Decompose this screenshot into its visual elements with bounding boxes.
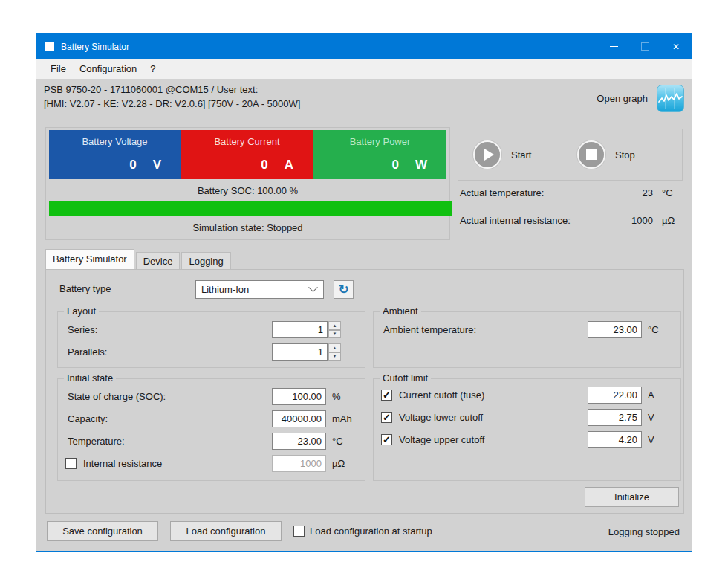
cutoff-group-legend: Cutoff limit xyxy=(380,372,431,384)
initialize-button[interactable]: Initialize xyxy=(585,487,679,507)
battery-type-label: Battery type xyxy=(59,283,111,294)
voltage-upper-cutoff-input[interactable] xyxy=(588,431,642,448)
soc-unit: % xyxy=(326,391,357,402)
device-info-line1: PSB 9750-20 - 1711060001 @COM15 / User t… xyxy=(44,84,258,95)
capacity-unit: mAh xyxy=(326,413,357,424)
voltage-lower-cutoff-input[interactable] xyxy=(588,409,642,426)
actual-resistance-value: 1000 xyxy=(608,215,653,226)
voltage-upper-cutoff-checkbox[interactable]: ✓ xyxy=(381,434,392,445)
voltage-lower-cutoff-checkbox[interactable]: ✓ xyxy=(381,412,392,423)
parallels-spin-down[interactable]: ▼ xyxy=(328,352,341,361)
load-at-startup-label: Load configuration at startup xyxy=(310,526,432,537)
window-title: Battery Simulator xyxy=(61,42,129,52)
open-graph-button[interactable]: Open graph xyxy=(597,84,684,112)
ambient-temperature-unit: °C xyxy=(642,324,673,335)
current-cutoff-checkbox[interactable]: ✓ xyxy=(381,390,392,401)
battery-voltage-unit: V xyxy=(153,158,161,172)
spin-down-icon: ▼ xyxy=(333,354,337,358)
actual-resistance-row: Actual internal resistance: 1000 µΩ xyxy=(460,215,683,228)
check-icon: ✓ xyxy=(383,390,391,400)
series-stepper: ▲ ▼ xyxy=(328,321,341,338)
battery-voltage-panel: Battery Voltage 0 V xyxy=(49,130,181,179)
refresh-icon: ↻ xyxy=(338,282,348,297)
battery-type-value: Lithium-Ion xyxy=(196,284,249,295)
voltage-upper-cutoff-unit: V xyxy=(642,434,673,445)
device-info-header: PSB 9750-20 - 1711060001 @COM15 / User t… xyxy=(36,79,692,118)
initial-state-group: Initial state State of charge (SOC): % C… xyxy=(57,378,365,481)
temperature-input[interactable] xyxy=(272,433,326,450)
tab-device[interactable]: Device xyxy=(136,252,181,269)
ambient-group-legend: Ambient xyxy=(380,306,421,317)
soc-progress-bar xyxy=(49,201,452,216)
voltage-upper-cutoff-label: Voltage upper cutoff xyxy=(392,434,588,445)
menu-bar: File Configuration ? xyxy=(36,59,692,79)
ambient-group: Ambient Ambient temperature: °C xyxy=(373,311,681,368)
parallels-spin-up[interactable]: ▲ xyxy=(328,343,341,352)
close-button[interactable]: ✕ xyxy=(660,34,692,59)
battery-power-label: Battery Power xyxy=(313,136,446,147)
soc-input[interactable] xyxy=(272,388,326,405)
logging-status: Logging stopped xyxy=(608,526,680,537)
battery-soc-label: Battery SOC: 100.00 % xyxy=(46,185,449,196)
battery-power-unit: W xyxy=(415,158,427,172)
voltage-lower-cutoff-unit: V xyxy=(642,412,673,423)
battery-type-select[interactable]: Lithium-Ion xyxy=(195,280,324,299)
load-at-startup-checkbox[interactable] xyxy=(293,526,305,537)
battery-current-value: 0 xyxy=(261,158,267,172)
spin-down-icon: ▼ xyxy=(333,332,337,336)
parallels-label: Parallels: xyxy=(65,346,272,358)
graph-icon xyxy=(657,85,684,112)
stop-icon xyxy=(577,140,605,169)
temperature-unit: °C xyxy=(326,436,357,447)
minimize-icon xyxy=(610,46,618,47)
title-bar[interactable]: Battery Simulator ✕ xyxy=(36,34,692,59)
ambient-temperature-label: Ambient temperature: xyxy=(381,324,588,335)
maximize-button[interactable] xyxy=(629,34,660,59)
tab-logging[interactable]: Logging xyxy=(181,252,230,269)
load-configuration-button[interactable]: Load configuration xyxy=(170,521,282,541)
app-icon xyxy=(45,42,54,51)
battery-current-panel: Battery Current 0 A xyxy=(181,130,313,179)
refresh-battery-type-button[interactable]: ↻ xyxy=(334,280,354,299)
initial-state-group-legend: Initial state xyxy=(64,372,116,384)
ambient-temperature-input[interactable] xyxy=(588,321,642,338)
actual-temperature-value: 23 xyxy=(608,187,653,198)
play-icon xyxy=(473,140,501,169)
menu-file[interactable]: File xyxy=(44,59,73,79)
menu-configuration[interactable]: Configuration xyxy=(73,59,143,79)
capacity-input[interactable] xyxy=(272,410,326,427)
internal-resistance-input xyxy=(272,455,326,472)
series-spin-down[interactable]: ▼ xyxy=(328,330,341,339)
app-window: Battery Simulator ✕ File Configuration ?… xyxy=(36,33,692,552)
menu-help[interactable]: ? xyxy=(143,59,162,79)
spin-up-icon: ▲ xyxy=(333,346,337,350)
current-cutoff-label: Current cutoff (fuse) xyxy=(392,390,588,401)
battery-power-value: 0 xyxy=(391,158,398,172)
capacity-label: Capacity: xyxy=(65,413,272,424)
battery-simulator-tab-page: Battery type Lithium-Ion ↻ Layout Series… xyxy=(45,269,684,514)
voltage-lower-cutoff-label: Voltage lower cutoff xyxy=(392,412,588,423)
simulation-state-label: Simulation state: Stopped xyxy=(46,222,449,233)
tab-battery-simulator[interactable]: Battery Simulator xyxy=(45,249,134,269)
actual-temperature-label: Actual temperature: xyxy=(460,187,544,198)
series-spin-up[interactable]: ▲ xyxy=(328,321,341,330)
stop-button[interactable]: Stop xyxy=(577,140,635,169)
start-button[interactable]: Start xyxy=(473,140,531,169)
chevron-down-icon xyxy=(308,282,318,292)
tab-strip: Battery Simulator Device Logging xyxy=(45,249,233,269)
parallels-input[interactable] xyxy=(272,343,328,361)
layout-group-legend: Layout xyxy=(64,306,99,317)
layout-group: Layout Series: ▲ ▼ Parallels: ▲ ▼ xyxy=(57,311,365,368)
check-icon: ✓ xyxy=(383,413,391,422)
actual-resistance-unit: µΩ xyxy=(662,215,675,226)
maximize-icon xyxy=(641,42,649,51)
internal-resistance-checkbox[interactable] xyxy=(65,458,77,469)
open-graph-label: Open graph xyxy=(597,93,648,104)
save-configuration-button[interactable]: Save configuration xyxy=(47,521,158,541)
minimize-button[interactable] xyxy=(598,34,629,59)
check-icon: ✓ xyxy=(383,435,391,445)
internal-resistance-label: Internal resistance xyxy=(77,458,272,469)
series-input[interactable] xyxy=(272,321,328,338)
series-label: Series: xyxy=(65,324,272,335)
current-cutoff-input[interactable] xyxy=(588,387,642,404)
